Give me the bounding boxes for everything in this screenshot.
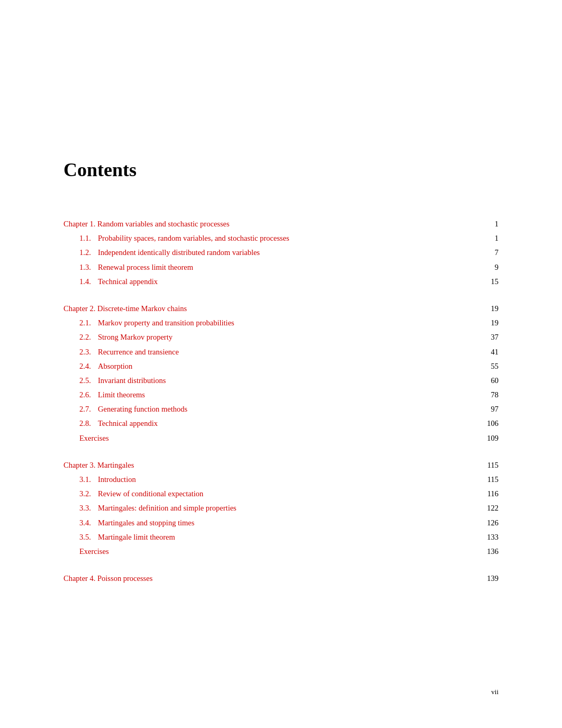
toc-chapter-2-label: Chapter 2. Discrete-time Markov chains	[64, 303, 483, 315]
toc-sec-2-8-page: 106	[483, 417, 498, 430]
toc-sec-2-3-label: 2.3.Recurrence and transience	[64, 346, 483, 358]
toc-chapter-2[interactable]: Chapter 2. Discrete-time Markov chains19	[64, 303, 498, 315]
toc-chapter-4[interactable]: Chapter 4. Poisson processes139	[64, 572, 498, 585]
toc-sec-3-5-label: 3.5.Martingale limit theorem	[64, 531, 483, 543]
toc-sec-1-4-page: 15	[483, 276, 498, 288]
toc-sec-2-2-page: 37	[483, 331, 498, 343]
toc-sec-3-4-page: 126	[483, 517, 498, 529]
toc-sec-2-1-label: 2.1.Markov property and transition proba…	[64, 317, 483, 329]
toc-sec-3-5-page: 133	[483, 531, 498, 543]
toc-chapter-2-exercises-page: 109	[483, 432, 498, 444]
toc-chapter-2-exercises[interactable]: Exercises109	[64, 432, 498, 444]
toc-sec-2-4[interactable]: 2.4.Absorption55	[64, 360, 498, 372]
toc-sec-1-2-label: 1.2.Independent identically distributed …	[64, 247, 483, 259]
toc-sec-1-3-label: 1.3.Renewal process limit theorem	[64, 261, 483, 274]
toc-sec-2-2-label: 2.2.Strong Markov property	[64, 331, 483, 343]
toc-sec-2-4-page: 55	[483, 360, 498, 372]
toc-chapter-2-page: 19	[483, 303, 498, 315]
toc-sec-3-5[interactable]: 3.5.Martingale limit theorem133	[64, 531, 498, 543]
toc-sec-3-1-label: 3.1.Introduction	[64, 474, 483, 486]
toc-sec-1-2-page: 7	[483, 247, 498, 259]
table-of-contents: Chapter 1. Random variables and stochast…	[64, 218, 498, 585]
toc-chapter-3-exercises-label: Exercises	[64, 545, 483, 558]
toc-sec-2-1-page: 19	[483, 317, 498, 329]
page-number: vii	[491, 688, 498, 696]
toc-sec-3-4[interactable]: 3.4.Martingales and stopping times126	[64, 517, 498, 529]
toc-sec-3-2[interactable]: 3.2.Review of conditional expectation116	[64, 488, 498, 500]
toc-sec-2-3-page: 41	[483, 346, 498, 358]
toc-sec-1-1[interactable]: 1.1.Probability spaces, random variables…	[64, 232, 498, 244]
toc-sec-3-2-label: 3.2.Review of conditional expectation	[64, 488, 483, 500]
toc-sec-2-2[interactable]: 2.2.Strong Markov property37	[64, 331, 498, 343]
toc-sec-3-4-label: 3.4.Martingales and stopping times	[64, 517, 483, 529]
toc-sec-3-3[interactable]: 3.3.Martingales: definition and simple p…	[64, 502, 498, 514]
page: Contents Chapter 1. Random variables and…	[0, 0, 562, 728]
toc-sec-2-1[interactable]: 2.1.Markov property and transition proba…	[64, 317, 498, 329]
toc-sec-2-6-page: 78	[483, 389, 498, 401]
toc-sec-1-4[interactable]: 1.4.Technical appendix15	[64, 276, 498, 288]
toc-chapter-4-label: Chapter 4. Poisson processes	[64, 572, 483, 585]
toc-chapter-3-exercises[interactable]: Exercises136	[64, 545, 498, 558]
toc-chapter-4-page: 139	[483, 572, 498, 585]
toc-sec-2-7-page: 97	[483, 403, 498, 415]
toc-chapter-3-page: 115	[483, 459, 498, 471]
toc-chapter-3-label: Chapter 3. Martingales	[64, 459, 483, 471]
toc-sec-1-2[interactable]: 1.2.Independent identically distributed …	[64, 247, 498, 259]
toc-sec-2-5-label: 2.5.Invariant distributions	[64, 375, 483, 387]
toc-sec-2-3[interactable]: 2.3.Recurrence and transience41	[64, 346, 498, 358]
toc-sec-2-8[interactable]: 2.8.Technical appendix106	[64, 417, 498, 430]
toc-sec-1-3-page: 9	[483, 261, 498, 274]
toc-sec-2-7[interactable]: 2.7.Generating function methods97	[64, 403, 498, 415]
toc-sec-1-4-label: 1.4.Technical appendix	[64, 276, 483, 288]
toc-sec-1-3[interactable]: 1.3.Renewal process limit theorem9	[64, 261, 498, 274]
toc-sec-2-5-page: 60	[483, 375, 498, 387]
toc-sec-2-4-label: 2.4.Absorption	[64, 360, 483, 372]
toc-sec-1-1-label: 1.1.Probability spaces, random variables…	[64, 232, 483, 244]
toc-chapter-3[interactable]: Chapter 3. Martingales115	[64, 459, 498, 471]
toc-sec-3-1-page: 115	[483, 474, 498, 486]
toc-chapter-1[interactable]: Chapter 1. Random variables and stochast…	[64, 218, 498, 230]
toc-sec-2-6-label: 2.6.Limit theorems	[64, 389, 483, 401]
toc-chapter-2-exercises-label: Exercises	[64, 432, 483, 444]
toc-sec-1-1-page: 1	[483, 232, 498, 244]
toc-chapter-1-label: Chapter 1. Random variables and stochast…	[64, 218, 483, 230]
toc-sec-3-2-page: 116	[483, 488, 498, 500]
toc-sec-3-3-label: 3.3.Martingales: definition and simple p…	[64, 502, 483, 514]
toc-chapter-1-page: 1	[483, 218, 498, 230]
toc-sec-2-8-label: 2.8.Technical appendix	[64, 417, 483, 430]
page-title: Contents	[64, 159, 498, 181]
toc-sec-3-3-page: 122	[483, 502, 498, 514]
toc-sec-2-6[interactable]: 2.6.Limit theorems78	[64, 389, 498, 401]
toc-sec-2-5[interactable]: 2.5.Invariant distributions60	[64, 375, 498, 387]
toc-sec-3-1[interactable]: 3.1.Introduction115	[64, 474, 498, 486]
toc-sec-2-7-label: 2.7.Generating function methods	[64, 403, 483, 415]
toc-chapter-3-exercises-page: 136	[483, 545, 498, 558]
